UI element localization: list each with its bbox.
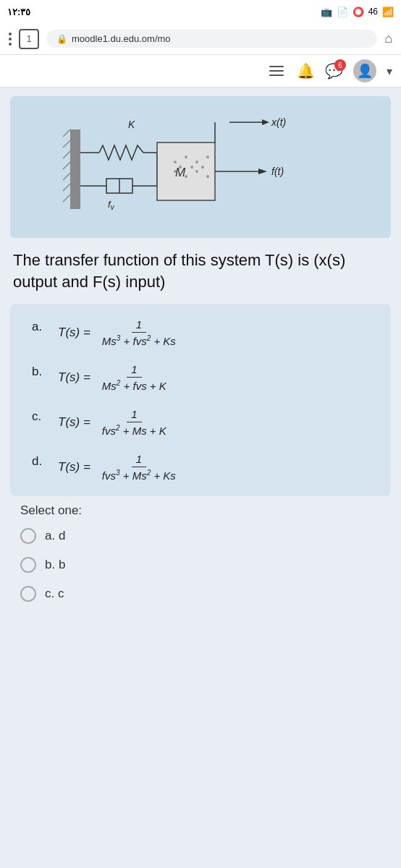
svg-point-21 bbox=[206, 175, 209, 178]
dropdown-arrow[interactable]: ▾ bbox=[387, 64, 392, 78]
svg-point-20 bbox=[195, 170, 198, 173]
radio-option-ad[interactable]: a. d bbox=[20, 528, 381, 544]
answer-a-denominator: Ms3 + fvs2 + Ks bbox=[98, 333, 180, 347]
question-text: The transfer function of this system T(s… bbox=[10, 250, 391, 292]
select-one-section: Select one: a. d b. b c. c bbox=[10, 496, 391, 622]
notification-area[interactable]: 💬 6 bbox=[325, 62, 343, 80]
answer-c-numerator: 1 bbox=[127, 408, 141, 422]
nav-dots[interactable] bbox=[9, 33, 12, 46]
ft-label: f(t) bbox=[271, 166, 284, 177]
radio-circle-bb[interactable] bbox=[20, 557, 36, 573]
answer-c-formula: T(s) = 1 fvs2 + Ms + K bbox=[58, 408, 171, 437]
svg-line-4 bbox=[63, 173, 70, 180]
answer-c-label: c. bbox=[32, 409, 48, 424]
file-icon: 📄 bbox=[337, 7, 348, 17]
url-box[interactable]: 🔒 moodle1.du.edu.om/mo bbox=[46, 30, 377, 48]
radio-circle-cc[interactable] bbox=[20, 586, 36, 602]
url-text: moodle1.du.edu.om/mo bbox=[72, 33, 171, 44]
radio-option-cc[interactable]: c. c bbox=[20, 586, 381, 602]
svg-line-2 bbox=[63, 151, 70, 158]
answer-d-row: d. T(s) = 1 fvs3 + Ms2 + Ks bbox=[32, 453, 376, 482]
signal-text: 46 bbox=[368, 7, 378, 17]
answer-c-row: c. T(s) = 1 fvs2 + Ms + K bbox=[32, 408, 376, 437]
svg-point-17 bbox=[206, 156, 209, 158]
notification-badge: 6 bbox=[334, 59, 346, 71]
address-bar: 1 🔒 moodle1.du.edu.om/mo ⌂ bbox=[0, 23, 401, 55]
hamburger-menu[interactable] bbox=[266, 63, 287, 79]
svg-point-14 bbox=[174, 161, 177, 163]
status-icons: 📺 📄 ⭕ 46 📶 bbox=[321, 7, 394, 17]
fv-label: fv bbox=[108, 199, 115, 211]
lock-icon: 🔒 bbox=[56, 34, 67, 44]
main-content: K fv bbox=[0, 88, 401, 868]
answer-b-denominator: Ms2 + fvs + K bbox=[98, 378, 171, 392]
svg-point-23 bbox=[190, 166, 193, 169]
mechanical-diagram: K fv bbox=[63, 108, 338, 231]
svg-point-24 bbox=[201, 166, 204, 169]
svg-marker-29 bbox=[258, 169, 267, 174]
radio-option-bb[interactable]: b. b bbox=[20, 557, 381, 573]
svg-marker-27 bbox=[262, 119, 269, 125]
answer-a-label: a. bbox=[32, 320, 48, 334]
svg-line-1 bbox=[63, 140, 70, 148]
wall bbox=[70, 129, 80, 209]
answer-b-label: b. bbox=[32, 365, 48, 379]
svg-line-3 bbox=[63, 162, 70, 169]
svg-point-16 bbox=[195, 161, 198, 163]
answer-d-formula: T(s) = 1 fvs3 + Ms2 + Ks bbox=[58, 453, 180, 482]
tab-count: 1 bbox=[27, 34, 32, 44]
k-label: K bbox=[128, 119, 135, 130]
m-label: M bbox=[175, 166, 186, 179]
radio-text-bb: b. b bbox=[45, 558, 65, 572]
svg-point-15 bbox=[185, 156, 187, 158]
radio-text-ad: a. d bbox=[45, 529, 65, 543]
status-time: ١٢:٣٥ bbox=[7, 7, 30, 17]
avatar[interactable]: 👤 bbox=[353, 59, 376, 82]
tab-indicator[interactable]: 1 bbox=[19, 29, 39, 49]
svg-line-6 bbox=[63, 195, 70, 202]
answer-d-numerator: 1 bbox=[132, 453, 146, 467]
answer-d-label: d. bbox=[32, 454, 48, 469]
avatar-icon: 👤 bbox=[357, 63, 373, 79]
home-button[interactable]: ⌂ bbox=[384, 31, 392, 46]
answer-d-denominator: fvs3 + Ms2 + Ks bbox=[98, 467, 180, 482]
radio-circle-ad[interactable] bbox=[20, 528, 36, 544]
answer-c-denominator: fvs2 + Ms + K bbox=[98, 422, 171, 437]
mass-block bbox=[157, 142, 215, 200]
answer-a-numerator: 1 bbox=[132, 318, 146, 333]
select-one-label: Select one: bbox=[20, 503, 381, 518]
answer-b-numerator: 1 bbox=[127, 363, 141, 378]
answer-b-row: b. T(s) = 1 Ms2 + fvs + K bbox=[32, 363, 376, 392]
svg-line-0 bbox=[63, 129, 70, 137]
xt-label: x(t) bbox=[271, 116, 286, 128]
status-bar: ١٢:٣٥ 📺 📄 ⭕ 46 📶 bbox=[0, 0, 401, 23]
answers-box: a. T(s) = 1 Ms3 + fvs2 + Ks b. T(s) = 1 … bbox=[10, 304, 391, 496]
answer-a-formula: T(s) = 1 Ms3 + fvs2 + Ks bbox=[58, 318, 180, 347]
diagram-container: K fv bbox=[10, 96, 391, 238]
answer-a-row: a. T(s) = 1 Ms3 + fvs2 + Ks bbox=[32, 318, 376, 347]
answer-b-formula: T(s) = 1 Ms2 + fvs + K bbox=[58, 363, 171, 392]
signal-icon: 📶 bbox=[382, 7, 394, 17]
screen-icon: 📺 bbox=[321, 7, 332, 17]
svg-line-5 bbox=[63, 184, 70, 191]
radio-text-cc: c. c bbox=[45, 587, 64, 601]
browser-toolbar: 🔔 💬 6 👤 ▾ bbox=[0, 55, 401, 88]
bell-icon[interactable]: 🔔 bbox=[297, 62, 315, 80]
circle-icon: ⭕ bbox=[353, 7, 364, 17]
